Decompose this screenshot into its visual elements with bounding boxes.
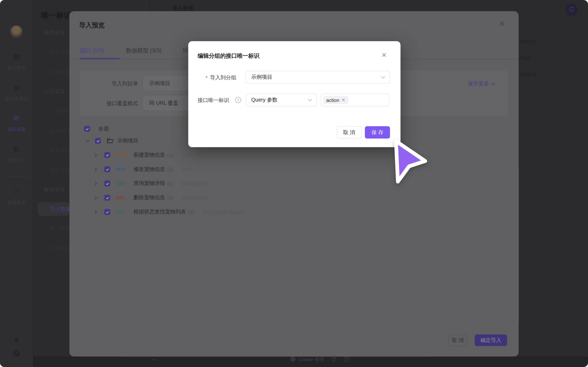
nav-content-divider xyxy=(146,0,147,11)
api-row[interactable]: PUT 修改宠物信息 (1) /pet xyxy=(95,166,191,173)
close-icon[interactable]: ✕ xyxy=(499,20,505,27)
api-checkbox[interactable] xyxy=(104,195,110,201)
api-name: 新建宠物信息 xyxy=(134,152,165,158)
settings-section-shared: 公共资源 xyxy=(44,88,65,95)
cookie-manager[interactable]: Cookie 管理 xyxy=(290,356,324,363)
sidebar-item-label: 项目设置 xyxy=(0,126,33,133)
method-badge: PUT xyxy=(116,167,130,172)
edit-save-button[interactable]: 保 存 xyxy=(365,126,390,139)
api-management-icon xyxy=(13,53,20,61)
sidebar-item-project-settings[interactable]: 项目设置 xyxy=(0,115,33,133)
api-count: (1) xyxy=(167,181,173,186)
chevron-right-icon[interactable] xyxy=(95,210,97,214)
api-count: (1) xyxy=(167,166,173,172)
api-row[interactable]: DEL 删除宠物信息 (1) /pet/{petId} xyxy=(95,194,207,201)
key-tag-label: action xyxy=(326,97,339,103)
mouse-cursor xyxy=(389,137,432,187)
app-settings-button[interactable] xyxy=(0,350,33,358)
breadcrumb-parent: 项目设置 xyxy=(147,5,168,11)
chevron-right-icon[interactable] xyxy=(95,196,97,200)
api-name: 根据状态查找宠物列表 xyxy=(134,209,186,215)
avatar[interactable] xyxy=(10,25,23,38)
sidebar-item-online-share[interactable]: 在线分享 xyxy=(0,145,33,163)
tab-apis[interactable]: 接口 (5/5) xyxy=(80,47,104,54)
chevron-down-icon xyxy=(308,99,312,101)
chevron-right-icon[interactable] xyxy=(95,167,97,171)
online-share-icon xyxy=(13,145,20,153)
method-badge: GET xyxy=(116,209,130,215)
settings-item-shared-script[interactable]: 公共脚本 xyxy=(50,128,71,134)
notifications-button[interactable] xyxy=(0,337,33,345)
import-group-select[interactable]: 示例项目 xyxy=(246,71,390,83)
chevron-down-icon[interactable] xyxy=(86,140,90,142)
import-option-apidoc[interactable]: apiDoc xyxy=(519,38,537,44)
collapse-sidebar-icon[interactable]: « xyxy=(152,357,154,362)
main-sidebar: 接口管理 自动化测试 项目设置 在线分享 xyxy=(0,0,33,367)
settings-item-features[interactable]: 功能设置 xyxy=(50,69,71,76)
cookie-icon xyxy=(290,356,296,363)
settings-item-import-data[interactable]: 导入数据 xyxy=(50,206,71,213)
unique-id-type-value: Query 参数 xyxy=(251,97,308,103)
import-option-yapi[interactable]: YApi xyxy=(519,54,531,60)
folder-label: 示例项目 xyxy=(117,137,138,144)
breadcrumb-separator: / xyxy=(168,5,172,11)
import-cancel-button[interactable]: 取 消 xyxy=(449,334,467,346)
refresh-icon xyxy=(568,6,575,14)
api-checkbox[interactable] xyxy=(104,180,110,186)
edit-modal-title: 编辑分组的接口唯一标识 xyxy=(198,52,259,59)
sidebar-item-invite-member[interactable]: 邀请成员 xyxy=(0,188,33,206)
footer-icons xyxy=(331,356,350,363)
import-target-value: 示例项目 xyxy=(149,80,170,87)
unique-id-label: 接口唯一标识 xyxy=(198,97,229,104)
import-modal-title: 导入预览 xyxy=(79,21,105,30)
api-checkbox[interactable] xyxy=(104,152,110,158)
api-row[interactable]: POST 新建宠物信息 (1) /pet xyxy=(95,152,191,158)
unique-id-type-select[interactable]: Query 参数 xyxy=(246,94,317,106)
folder-checkbox[interactable] xyxy=(95,138,101,144)
refresh-button[interactable] xyxy=(565,3,578,16)
edit-cancel-button[interactable]: 取 消 xyxy=(337,126,361,139)
project-settings-icon xyxy=(13,115,20,122)
api-path: /pet xyxy=(182,152,191,158)
sidebar-item-automated-test[interactable]: 自动化测试 xyxy=(0,84,33,102)
import-group-value: 示例项目 xyxy=(251,74,381,81)
import-group-label: 导入到分组 xyxy=(210,75,236,81)
unique-id-keys-input[interactable]: action ✕ xyxy=(320,94,389,106)
api-checkbox[interactable] xyxy=(104,166,110,172)
import-option-apizza[interactable]: Apizza xyxy=(519,71,536,77)
tab-data-models[interactable]: 数据模型 (3/3) xyxy=(126,47,162,54)
close-icon[interactable]: ✕ xyxy=(381,52,387,58)
settings-item-shared-response[interactable]: 公共响应 xyxy=(50,108,71,115)
api-row[interactable]: GET 查询宠物详情 (1) /pet/{petId} xyxy=(95,180,207,187)
automated-test-icon xyxy=(13,84,20,92)
chevron-down-icon xyxy=(381,76,385,78)
chevron-right-icon[interactable] xyxy=(95,153,97,157)
chevron-right-icon[interactable] xyxy=(95,182,97,185)
sidebar-item-label: 在线分享 xyxy=(0,157,33,163)
folder-row[interactable]: 示例项目 xyxy=(86,137,138,144)
api-row[interactable]: GET 根据状态查找宠物列表 (1) /pet/findByStatus xyxy=(95,209,242,215)
select-all-checkbox[interactable] xyxy=(84,126,90,132)
chevron-down-icon xyxy=(491,83,495,85)
help-circle-icon[interactable] xyxy=(343,356,349,363)
help-icon[interactable]: ? xyxy=(235,97,241,103)
required-asterisk: * xyxy=(206,75,208,81)
select-all-row[interactable]: 全选 xyxy=(84,125,109,132)
confirm-import-button[interactable]: 确定导入 xyxy=(475,334,507,346)
settings-item-basic[interactable]: 基本设置 xyxy=(50,49,71,56)
sidebar-item-api-management[interactable]: 接口管理 xyxy=(0,53,33,71)
api-checkbox[interactable] xyxy=(104,209,110,215)
theme-icon[interactable] xyxy=(331,356,337,363)
gear-icon xyxy=(13,351,20,358)
expand-more-label: 展开更多 xyxy=(468,81,489,87)
api-count: (1) xyxy=(188,209,194,215)
api-path: /pet/findByStatus xyxy=(203,209,242,215)
method-badge: POST xyxy=(116,152,130,158)
page-title: 唯一标识 xyxy=(41,10,71,21)
remove-tag-icon[interactable]: ✕ xyxy=(342,98,345,103)
settings-item-import-data-2[interactable]: 导入数据 xyxy=(50,225,71,232)
active-tab-underline xyxy=(80,58,120,59)
settings-item-export-data[interactable]: 导出数据 xyxy=(50,245,71,252)
api-name: 查询宠物详情 xyxy=(134,180,165,187)
expand-more-link[interactable]: 展开更多 xyxy=(468,81,495,87)
